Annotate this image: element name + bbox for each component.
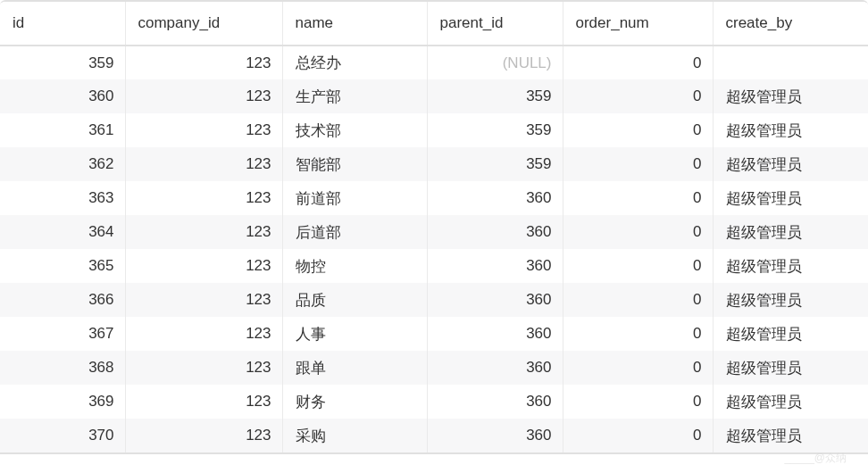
cell-id[interactable]: 360 xyxy=(0,79,125,113)
column-header-name[interactable]: name xyxy=(282,2,427,46)
table-row[interactable]: 363123前道部3600超级管理员 xyxy=(0,181,868,215)
cell-company_id[interactable]: 123 xyxy=(125,215,282,249)
column-header-id[interactable]: id xyxy=(0,2,125,46)
column-header-create-by[interactable]: create_by xyxy=(713,2,868,46)
cell-parent_id[interactable]: 360 xyxy=(427,351,563,385)
cell-company_id[interactable]: 123 xyxy=(125,317,282,351)
table-row[interactable]: 369123财务3600超级管理员 xyxy=(0,385,868,419)
cell-name[interactable]: 前道部 xyxy=(282,181,427,215)
column-header-order-num[interactable]: order_num xyxy=(563,2,713,46)
cell-order_num[interactable]: 0 xyxy=(563,317,713,351)
cell-parent_id[interactable]: 360 xyxy=(427,385,563,419)
cell-name[interactable]: 人事 xyxy=(282,317,427,351)
table-row[interactable]: 366123品质3600超级管理员 xyxy=(0,283,868,317)
cell-create_by[interactable]: 超级管理员 xyxy=(713,283,868,317)
cell-parent_id[interactable]: (NULL) xyxy=(427,46,563,79)
cell-parent_id[interactable]: 359 xyxy=(427,113,563,147)
table-row[interactable]: 367123人事3600超级管理员 xyxy=(0,317,868,351)
cell-company_id[interactable]: 123 xyxy=(125,181,282,215)
cell-parent_id[interactable]: 360 xyxy=(427,317,563,351)
cell-create_by[interactable]: 超级管理员 xyxy=(713,215,868,249)
cell-id[interactable]: 366 xyxy=(0,283,125,317)
cell-create_by[interactable]: 超级管理员 xyxy=(713,147,868,181)
cell-parent_id[interactable]: 359 xyxy=(427,147,563,181)
table-row[interactable]: 360123生产部3590超级管理员 xyxy=(0,79,868,113)
cell-create_by[interactable]: 超级管理员 xyxy=(713,181,868,215)
cell-order_num[interactable]: 0 xyxy=(563,215,713,249)
cell-company_id[interactable]: 123 xyxy=(125,249,282,283)
cell-name[interactable]: 技术部 xyxy=(282,113,427,147)
cell-order_num[interactable]: 0 xyxy=(563,283,713,317)
cell-parent_id[interactable]: 360 xyxy=(427,249,563,283)
cell-id[interactable]: 365 xyxy=(0,249,125,283)
cell-id[interactable]: 361 xyxy=(0,113,125,147)
cell-name[interactable]: 品质 xyxy=(282,283,427,317)
cell-order_num[interactable]: 0 xyxy=(563,46,713,79)
cell-create_by[interactable]: 超级管理员 xyxy=(713,113,868,147)
cell-id[interactable]: 363 xyxy=(0,181,125,215)
cell-name[interactable]: 生产部 xyxy=(282,79,427,113)
cell-id[interactable]: 367 xyxy=(0,317,125,351)
table-row[interactable]: 370123采购3600超级管理员 xyxy=(0,419,868,452)
cell-company_id[interactable]: 123 xyxy=(125,147,282,181)
cell-company_id[interactable]: 123 xyxy=(125,419,282,452)
cell-name[interactable]: 财务 xyxy=(282,385,427,419)
cell-company_id[interactable]: 123 xyxy=(125,351,282,385)
table-row[interactable]: 362123智能部3590超级管理员 xyxy=(0,147,868,181)
table-header-row: id company_id name parent_id order_num c… xyxy=(0,2,868,46)
cell-id[interactable]: 362 xyxy=(0,147,125,181)
cell-parent_id[interactable]: 360 xyxy=(427,419,563,452)
cell-name[interactable]: 总经办 xyxy=(282,46,427,79)
column-header-company-id[interactable]: company_id xyxy=(125,2,282,46)
table-row[interactable]: 361123技术部3590超级管理员 xyxy=(0,113,868,147)
cell-order_num[interactable]: 0 xyxy=(563,113,713,147)
cell-company_id[interactable]: 123 xyxy=(125,79,282,113)
cell-name[interactable]: 智能部 xyxy=(282,147,427,181)
cell-order_num[interactable]: 0 xyxy=(563,181,713,215)
table-row[interactable]: 359123总经办(NULL)0 xyxy=(0,46,868,79)
cell-order_num[interactable]: 0 xyxy=(563,79,713,113)
column-header-parent-id[interactable]: parent_id xyxy=(427,2,563,46)
data-table: id company_id name parent_id order_num c… xyxy=(0,2,868,452)
cell-id[interactable]: 369 xyxy=(0,385,125,419)
cell-create_by[interactable]: 超级管理员 xyxy=(713,419,868,452)
table-row[interactable]: 368123跟单3600超级管理员 xyxy=(0,351,868,385)
table-row[interactable]: 365123物控3600超级管理员 xyxy=(0,249,868,283)
cell-create_by[interactable] xyxy=(713,46,868,79)
cell-parent_id[interactable]: 359 xyxy=(427,79,563,113)
cell-create_by[interactable]: 超级管理员 xyxy=(713,317,868,351)
cell-order_num[interactable]: 0 xyxy=(563,385,713,419)
cell-order_num[interactable]: 0 xyxy=(563,351,713,385)
cell-parent_id[interactable]: 360 xyxy=(427,181,563,215)
cell-parent_id[interactable]: 360 xyxy=(427,215,563,249)
cell-create_by[interactable]: 超级管理员 xyxy=(713,79,868,113)
table-body: 359123总经办(NULL)0360123生产部3590超级管理员361123… xyxy=(0,46,868,452)
cell-name[interactable]: 采购 xyxy=(282,419,427,452)
cell-company_id[interactable]: 123 xyxy=(125,385,282,419)
cell-id[interactable]: 364 xyxy=(0,215,125,249)
data-table-container: id company_id name parent_id order_num c… xyxy=(0,0,868,454)
cell-name[interactable]: 后道部 xyxy=(282,215,427,249)
cell-create_by[interactable]: 超级管理员 xyxy=(713,249,868,283)
cell-company_id[interactable]: 123 xyxy=(125,113,282,147)
cell-id[interactable]: 370 xyxy=(0,419,125,452)
cell-name[interactable]: 跟单 xyxy=(282,351,427,385)
cell-order_num[interactable]: 0 xyxy=(563,249,713,283)
cell-id[interactable]: 359 xyxy=(0,46,125,79)
cell-id[interactable]: 368 xyxy=(0,351,125,385)
table-row[interactable]: 364123后道部3600超级管理员 xyxy=(0,215,868,249)
cell-create_by[interactable]: 超级管理员 xyxy=(713,351,868,385)
cell-order_num[interactable]: 0 xyxy=(563,147,713,181)
cell-order_num[interactable]: 0 xyxy=(563,419,713,452)
cell-company_id[interactable]: 123 xyxy=(125,283,282,317)
cell-create_by[interactable]: 超级管理员 xyxy=(713,385,868,419)
cell-name[interactable]: 物控 xyxy=(282,249,427,283)
cell-company_id[interactable]: 123 xyxy=(125,46,282,79)
cell-parent_id[interactable]: 360 xyxy=(427,283,563,317)
